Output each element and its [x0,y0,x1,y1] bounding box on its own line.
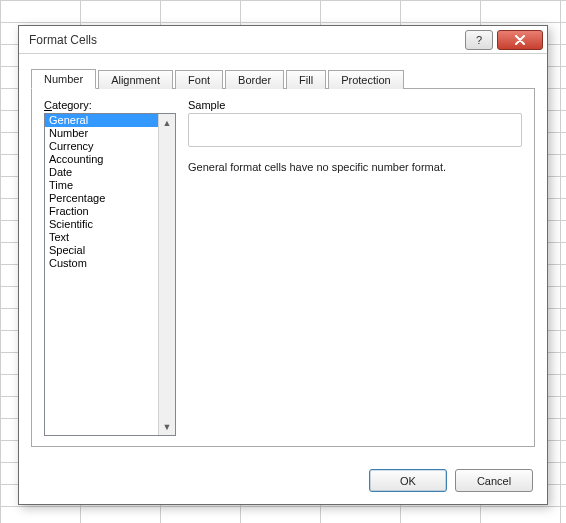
dialog-body: NumberAlignmentFontBorderFillProtection … [19,54,547,459]
dialog-title: Format Cells [29,33,461,47]
category-item-scientific[interactable]: Scientific [45,218,158,231]
tab-number[interactable]: Number [31,69,96,89]
format-description: General format cells have no specific nu… [188,161,522,173]
category-item-date[interactable]: Date [45,166,158,179]
help-icon: ? [476,34,482,46]
cancel-button[interactable]: Cancel [455,469,533,492]
tab-protection[interactable]: Protection [328,70,404,89]
help-button[interactable]: ? [465,30,493,50]
detail-column: Sample General format cells have no spec… [188,99,522,436]
category-label: Category: [44,99,176,111]
titlebar: Format Cells ? [19,26,547,54]
format-cells-dialog: Format Cells ? NumberAlignmentFontBorder… [18,25,548,505]
category-label-rest: ategory: [52,99,92,111]
tabstrip: NumberAlignmentFontBorderFillProtection [31,64,535,88]
scroll-up-icon[interactable]: ▲ [159,114,175,131]
category-item-currency[interactable]: Currency [45,140,158,153]
category-item-accounting[interactable]: Accounting [45,153,158,166]
category-item-text[interactable]: Text [45,231,158,244]
close-button[interactable] [497,30,543,50]
close-icon [514,35,526,45]
sample-box [188,113,522,147]
tab-font[interactable]: Font [175,70,223,89]
category-item-special[interactable]: Special [45,244,158,257]
category-listbox[interactable]: GeneralNumberCurrencyAccountingDateTimeP… [44,113,176,436]
scroll-down-icon[interactable]: ▼ [159,418,175,435]
ok-button-label: OK [400,475,416,487]
category-column: Category: GeneralNumberCurrencyAccountin… [44,99,176,436]
number-tab-panel: Category: GeneralNumberCurrencyAccountin… [31,88,535,447]
category-item-custom[interactable]: Custom [45,257,158,270]
category-item-percentage[interactable]: Percentage [45,192,158,205]
category-item-time[interactable]: Time [45,179,158,192]
dialog-footer: OK Cancel [19,459,547,504]
ok-button[interactable]: OK [369,469,447,492]
tab-fill[interactable]: Fill [286,70,326,89]
category-item-number[interactable]: Number [45,127,158,140]
tab-alignment[interactable]: Alignment [98,70,173,89]
category-item-general[interactable]: General [45,114,158,127]
listbox-scrollbar[interactable]: ▲ ▼ [158,114,175,435]
tab-border[interactable]: Border [225,70,284,89]
sample-label: Sample [188,99,522,111]
cancel-button-label: Cancel [477,475,511,487]
category-label-accelerator: C [44,99,52,111]
category-item-fraction[interactable]: Fraction [45,205,158,218]
